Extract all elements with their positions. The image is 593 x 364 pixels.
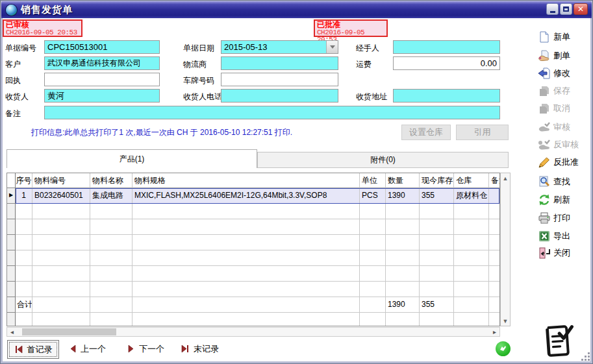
sidebar-item-unaudit[interactable]: 反审核 [538, 137, 591, 152]
sidebar-item-label: 查找 [553, 176, 570, 188]
new-doc-icon [538, 30, 551, 43]
cell-no: 1 [16, 188, 32, 204]
minimize-button[interactable] [546, 3, 559, 15]
sidebar-item-find[interactable]: 查找 [538, 174, 591, 189]
title-bar[interactable]: 销售发货单 ✕ [1, 1, 592, 18]
app-globe-icon [6, 5, 17, 16]
table-empty-row [7, 266, 499, 282]
first-record-label: 首记录 [27, 344, 53, 356]
row-marker-icon: ▶ [7, 188, 16, 204]
total-qty: 1390 [386, 297, 420, 313]
maximize-button[interactable] [560, 3, 572, 15]
remarks-label: 备注 [5, 108, 21, 119]
table-horizontal-scrollbar[interactable]: ◂ ▸ [6, 327, 500, 337]
table-vertical-scrollbar[interactable]: ▲ ▼ [500, 173, 511, 326]
cell-code: B0232640501 [32, 188, 90, 204]
export-excel-icon [538, 230, 551, 243]
table-header-row: 序号 物料编号 物料名称 物料规格 单位 数量 现今库存 仓库 备注 [7, 173, 499, 188]
remarks-field[interactable] [44, 106, 500, 119]
scroll-left-icon[interactable]: ◂ [7, 328, 17, 336]
sidebar-item-new[interactable]: 新单 [538, 29, 591, 45]
sidebar-item-label: 取消 [553, 103, 570, 114]
maximize-icon [563, 6, 569, 12]
delete-doc-icon [538, 49, 551, 62]
status-ok-icon[interactable] [496, 341, 511, 356]
receipt-field[interactable] [44, 73, 160, 86]
logistics-label: 物流商 [183, 59, 207, 70]
sidebar-item-print[interactable]: 打印 [538, 210, 591, 226]
handler-label: 经手人 [356, 43, 379, 54]
customer-field[interactable] [44, 56, 160, 70]
audit-stamp-title: 已审核 [6, 21, 79, 29]
last-record-button[interactable]: 末记录 [181, 340, 223, 358]
find-icon [538, 175, 551, 188]
sidebar-item-label: 保存 [553, 85, 570, 97]
tab-products[interactable]: 产品(1) [6, 149, 257, 168]
first-record-button[interactable]: 首记录 [7, 340, 59, 359]
hscroll-thumb[interactable] [22, 328, 116, 335]
resize-grip[interactable] [579, 350, 590, 361]
next-record-button[interactable]: 下一个 [127, 340, 168, 358]
app-window: 销售发货单 ✕ 已审核 CH2016-09-05 20:53 已批准 CH201… [0, 0, 593, 364]
sidebar-item-export[interactable]: 导出 [538, 228, 591, 244]
close-door-icon [538, 247, 551, 260]
approve-stamp-title: 已批准 [317, 21, 385, 29]
next-record-label: 下一个 [139, 343, 164, 355]
logistics-field[interactable] [221, 56, 338, 70]
sidebar-item-close[interactable]: 关闭 [538, 245, 591, 261]
consignee-tel-label: 收货人电话 [183, 91, 222, 103]
plate-no-field[interactable] [221, 73, 338, 86]
sidebar-item-refresh[interactable]: 刷新 [538, 192, 591, 208]
consignee-label: 收货人 [5, 91, 29, 103]
address-field[interactable] [393, 89, 500, 103]
sidebar-item-delete[interactable]: 删单 [538, 48, 591, 64]
col-remark: 备注 [489, 173, 499, 188]
freight-field[interactable] [393, 56, 500, 70]
sidebar-item-unapprove[interactable]: 反批准 [538, 154, 591, 170]
col-warehouse: 仓库 [454, 173, 489, 188]
set-warehouse-button[interactable]: 设置仓库 [401, 125, 451, 140]
sidebar-item-audit[interactable]: 审核 [538, 119, 591, 135]
sidebar-item-label: 新单 [553, 31, 570, 43]
table-row[interactable]: ▶ 1 B0232640501 集成电路 MXIC,FLASH,MX25L640… [7, 188, 499, 204]
table-empty-row [7, 282, 499, 297]
scroll-down-icon[interactable]: ▼ [501, 316, 510, 326]
doc-date-dropdown-button[interactable] [326, 41, 338, 53]
first-record-icon [14, 345, 23, 354]
customer-label: 客户 [5, 59, 21, 70]
audit-stamp-detail: CH2016-09-05 20:53 [6, 29, 79, 37]
audit-stamp: 已审核 CH2016-09-05 20:53 [3, 19, 82, 37]
doc-date-combo[interactable]: 2015-05-13 [221, 40, 338, 54]
sidebar-item-label: 导出 [553, 230, 570, 242]
consignee-tel-field[interactable] [221, 89, 338, 103]
sidebar-item-cancel[interactable]: 取消 [538, 101, 591, 116]
reference-button[interactable]: 引用 [456, 125, 509, 140]
doc-no-field[interactable] [44, 40, 160, 54]
freight-label: 运费 [356, 59, 372, 70]
tab-attachments[interactable]: 附件(0) [257, 152, 509, 168]
table-empty-row [7, 250, 499, 266]
col-spec: 物料规格 [132, 173, 360, 188]
total-stock: 355 [420, 297, 454, 313]
cancel-icon [538, 102, 551, 115]
cell-name: 集成电路 [90, 188, 132, 204]
items-table: 序号 物料编号 物料名称 物料规格 单位 数量 现今库存 仓库 备注 ▶ 1 B… [6, 173, 500, 326]
cell-unit: PCS [360, 188, 386, 204]
scroll-up-icon[interactable]: ▲ [501, 173, 510, 183]
consignee-field[interactable] [44, 89, 160, 103]
unaudit-icon [538, 138, 551, 151]
doc-date-label: 单据日期 [183, 43, 214, 54]
handler-field[interactable] [393, 40, 500, 54]
prev-record-button[interactable]: 上一个 [69, 340, 109, 358]
total-label: 合计 [16, 297, 32, 313]
close-button[interactable]: ✕ [574, 3, 588, 15]
approve-stamp: 已批准 CH2016-09-05 20:53 [314, 19, 388, 37]
prev-record-label: 上一个 [81, 343, 106, 355]
scroll-right-icon[interactable]: ▸ [490, 328, 499, 336]
cell-stock: 355 [420, 188, 454, 204]
sidebar-item-modify[interactable]: 修改 [538, 66, 591, 81]
last-record-label: 末记录 [194, 343, 219, 355]
col-unit: 单位 [360, 173, 386, 188]
sidebar-item-save[interactable]: 保存 [538, 83, 591, 99]
sidebar-item-label: 关闭 [553, 247, 570, 259]
